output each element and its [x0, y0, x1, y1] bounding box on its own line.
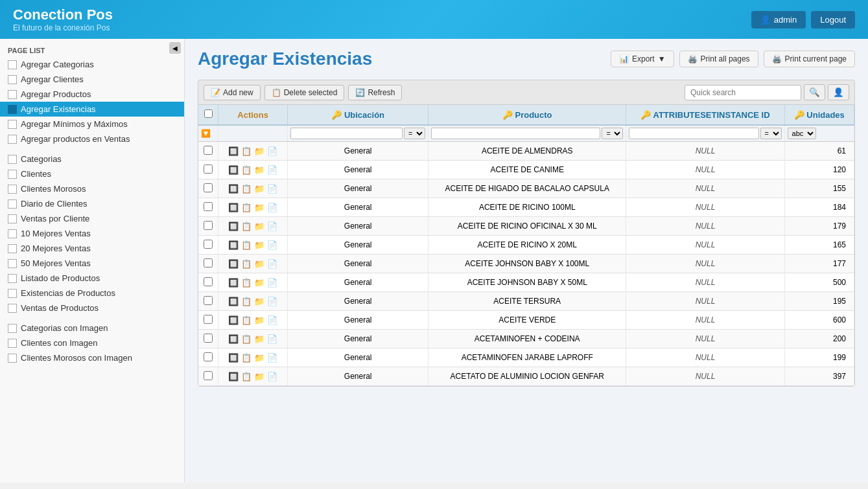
- sidebar-item-ventas-cliente[interactable]: Ventas por Cliente: [0, 211, 184, 226]
- search-button[interactable]: 🔍: [804, 84, 825, 100]
- sidebar-item-clientes-morosos-imagen[interactable]: Clientes Morosos con Imagen: [0, 350, 184, 365]
- row-view-btn-0[interactable]: 🔲: [228, 145, 239, 157]
- row-copy-btn-5[interactable]: 📁: [253, 239, 265, 251]
- row-checkbox-cell-2[interactable]: [198, 179, 218, 198]
- row-copy-btn-8[interactable]: 📁: [253, 295, 265, 307]
- select-all-checkbox[interactable]: [204, 109, 213, 118]
- add-new-button[interactable]: 📝 Add new: [204, 85, 261, 100]
- row-copy-btn-10[interactable]: 📁: [253, 333, 265, 345]
- logout-button[interactable]: Logout: [811, 11, 855, 28]
- row-edit-btn-3[interactable]: 📋: [240, 201, 252, 213]
- filter-unidades-cell[interactable]: abc: [784, 125, 854, 142]
- sidebar-toggle-button[interactable]: ◀: [169, 42, 181, 54]
- row-edit-btn-4[interactable]: 📋: [240, 220, 252, 232]
- sidebar-item-agregar-productos[interactable]: Agregar Productos: [0, 87, 184, 102]
- sidebar-item-ventas-productos[interactable]: Ventas de Productos: [0, 301, 184, 315]
- filter-ubicacion-select[interactable]: =: [404, 128, 425, 139]
- sidebar-item-agregar-clientes[interactable]: Agregar Clientes: [0, 72, 184, 87]
- row-delete-btn-0[interactable]: 📄: [266, 145, 278, 157]
- row-checkbox-cell-5[interactable]: [198, 236, 218, 255]
- row-checkbox-2[interactable]: [204, 183, 213, 192]
- sidebar-item-existencias-productos[interactable]: Existencias de Productos: [0, 286, 184, 301]
- row-delete-btn-7[interactable]: 📄: [266, 277, 278, 288]
- print-all-button[interactable]: 🖨️ Print all pages: [679, 51, 758, 67]
- row-edit-btn-2[interactable]: 📋: [240, 183, 252, 194]
- sidebar-item-agregar-productos-ventas[interactable]: Agregar productos en Ventas: [0, 131, 184, 146]
- row-delete-btn-6[interactable]: 📄: [266, 258, 278, 269]
- row-checkbox-1[interactable]: [204, 165, 213, 174]
- sidebar-item-50-mejores-ventas[interactable]: 50 Mejores Ventas: [0, 256, 184, 271]
- row-checkbox-cell-10[interactable]: [198, 330, 218, 348]
- row-checkbox-4[interactable]: [204, 221, 213, 230]
- row-checkbox-8[interactable]: [204, 296, 213, 305]
- row-checkbox-cell-6[interactable]: [198, 255, 218, 273]
- row-view-btn-6[interactable]: 🔲: [228, 258, 239, 269]
- row-edit-btn-1[interactable]: 📋: [240, 164, 252, 176]
- row-delete-btn-1[interactable]: 📄: [266, 164, 278, 176]
- sidebar-item-categorias[interactable]: Categorias: [0, 152, 184, 166]
- filter-attributeset-select[interactable]: =: [760, 128, 782, 139]
- row-checkbox-cell-9[interactable]: [198, 311, 218, 330]
- row-view-btn-11[interactable]: 🔲: [228, 352, 239, 363]
- sidebar-item-agregar-categorias[interactable]: Agregar Categorias: [0, 57, 184, 72]
- row-checkbox-10[interactable]: [204, 334, 213, 343]
- row-view-btn-5[interactable]: 🔲: [228, 239, 239, 251]
- row-copy-btn-1[interactable]: 📁: [253, 164, 265, 176]
- row-delete-btn-11[interactable]: 📄: [266, 352, 278, 363]
- row-checkbox-cell-1[interactable]: [198, 161, 218, 179]
- row-delete-btn-12[interactable]: 📄: [266, 370, 278, 382]
- sidebar-item-clientes-morosos[interactable]: Clientes Morosos: [0, 181, 184, 196]
- row-copy-btn-2[interactable]: 📁: [253, 183, 265, 194]
- user-search-button[interactable]: 👤: [828, 84, 849, 100]
- row-view-btn-3[interactable]: 🔲: [228, 201, 239, 213]
- row-checkbox-cell-12[interactable]: [198, 367, 218, 386]
- row-view-btn-1[interactable]: 🔲: [228, 164, 239, 176]
- row-delete-btn-9[interactable]: 📄: [266, 314, 278, 326]
- search-input[interactable]: [685, 85, 801, 100]
- sidebar-item-10-mejores-ventas[interactable]: 10 Mejores Ventas: [0, 226, 184, 241]
- row-delete-btn-2[interactable]: 📄: [266, 183, 278, 194]
- row-checkbox-5[interactable]: [204, 240, 213, 249]
- row-delete-btn-5[interactable]: 📄: [266, 239, 278, 251]
- row-delete-btn-4[interactable]: 📄: [266, 220, 278, 232]
- sidebar-item-clientes[interactable]: Clientes: [0, 166, 184, 181]
- row-edit-btn-9[interactable]: 📋: [240, 314, 252, 326]
- row-edit-btn-0[interactable]: 📋: [240, 145, 252, 157]
- filter-ubicacion-cell[interactable]: =: [288, 125, 428, 142]
- row-view-btn-10[interactable]: 🔲: [228, 333, 239, 345]
- row-checkbox-cell-4[interactable]: [198, 217, 218, 236]
- filter-attributeset-input[interactable]: [629, 128, 758, 139]
- row-checkbox-cell-3[interactable]: [198, 198, 218, 217]
- row-copy-btn-3[interactable]: 📁: [253, 201, 265, 213]
- row-copy-btn-11[interactable]: 📁: [253, 352, 265, 363]
- row-checkbox-cell-8[interactable]: [198, 292, 218, 311]
- row-view-btn-4[interactable]: 🔲: [228, 220, 239, 232]
- sidebar-item-clientes-imagen[interactable]: Clientes con Imagen: [0, 335, 184, 350]
- row-copy-btn-6[interactable]: 📁: [253, 258, 265, 269]
- filter-ubicacion-input[interactable]: [290, 128, 403, 139]
- row-edit-btn-6[interactable]: 📋: [240, 258, 252, 269]
- sidebar-item-listado-productos[interactable]: Listado de Productos: [0, 271, 184, 286]
- export-button[interactable]: 📊 Export ▼: [611, 51, 674, 67]
- sidebar-item-categorias-imagen[interactable]: Categorias con Imagen: [0, 321, 184, 335]
- row-delete-btn-8[interactable]: 📄: [266, 295, 278, 307]
- row-checkbox-6[interactable]: [204, 258, 213, 267]
- row-view-btn-12[interactable]: 🔲: [228, 370, 239, 382]
- header-select-all[interactable]: [198, 105, 218, 125]
- sidebar-item-agregar-minimos-maximos[interactable]: Agregar Mínimos y Máximos: [0, 117, 184, 131]
- row-checkbox-0[interactable]: [204, 146, 213, 155]
- row-checkbox-3[interactable]: [204, 202, 213, 211]
- filter-producto-select[interactable]: =: [602, 128, 623, 139]
- row-delete-btn-3[interactable]: 📄: [266, 201, 278, 213]
- row-edit-btn-5[interactable]: 📋: [240, 239, 252, 251]
- refresh-button[interactable]: 🔄 Refresh: [348, 85, 402, 100]
- filter-producto-input[interactable]: [431, 128, 600, 139]
- row-checkbox-7[interactable]: [204, 277, 213, 286]
- row-checkbox-cell-11[interactable]: [198, 348, 218, 367]
- row-copy-btn-0[interactable]: 📁: [253, 145, 265, 157]
- row-copy-btn-7[interactable]: 📁: [253, 277, 265, 288]
- row-checkbox-11[interactable]: [204, 352, 213, 361]
- admin-button[interactable]: 👤 admin: [751, 11, 806, 28]
- filter-attributeset-cell[interactable]: =: [626, 125, 784, 142]
- row-edit-btn-11[interactable]: 📋: [240, 352, 252, 363]
